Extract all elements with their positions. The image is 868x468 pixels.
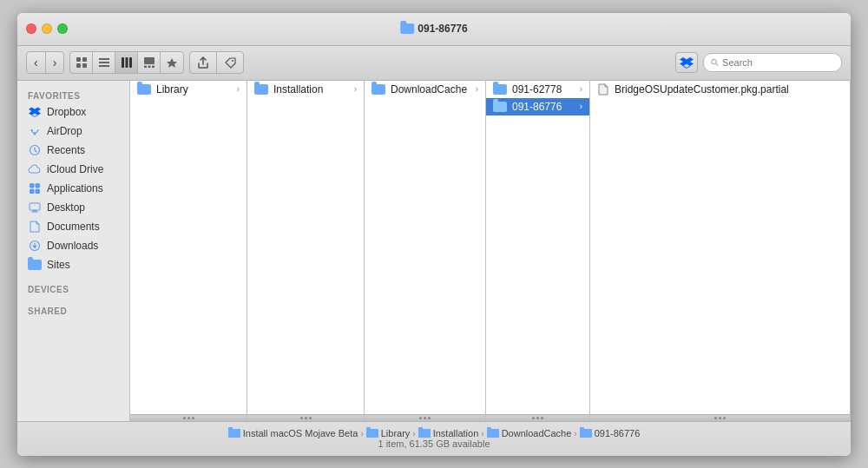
svg-rect-22 bbox=[30, 188, 35, 194]
folder-icon bbox=[493, 102, 507, 112]
list-item[interactable]: Installation › bbox=[247, 81, 364, 98]
column-view-icon bbox=[121, 56, 133, 69]
svg-rect-21 bbox=[36, 183, 41, 188]
dropbox-icon bbox=[28, 105, 42, 119]
gallery-view-icon bbox=[143, 56, 155, 69]
column-resize-handle-2[interactable] bbox=[247, 414, 364, 421]
svg-rect-7 bbox=[122, 57, 124, 68]
svg-line-17 bbox=[716, 63, 718, 65]
breadcrumb-item[interactable]: 091-86776 bbox=[580, 428, 641, 438]
share-button[interactable] bbox=[190, 52, 217, 73]
sidebar-item-applications[interactable]: Applications bbox=[17, 179, 129, 198]
breadcrumb-folder-icon bbox=[580, 429, 592, 438]
folder-icon bbox=[137, 84, 151, 95]
sidebar-item-sites[interactable]: Sites bbox=[17, 255, 129, 274]
library-column: Library › bbox=[130, 81, 247, 421]
sidebar-item-airdrop[interactable]: AirDrop bbox=[17, 122, 129, 141]
title-folder-icon bbox=[400, 23, 414, 34]
share-icon bbox=[197, 56, 209, 69]
sidebar-item-desktop[interactable]: Desktop bbox=[17, 198, 129, 217]
column-resize-handle-5[interactable] bbox=[590, 414, 850, 421]
svg-point-18 bbox=[34, 132, 36, 135]
breadcrumb-item[interactable]: DownloadCache bbox=[487, 428, 572, 438]
list-item[interactable]: BridgeOSUpdateCustomer.pkg.partial bbox=[590, 81, 850, 98]
view-options-button[interactable] bbox=[161, 52, 183, 73]
versions-column-content: 091-62778 › 091-86776 › bbox=[486, 81, 589, 421]
breadcrumb-label: DownloadCache bbox=[502, 428, 572, 438]
sidebar-item-downloads[interactable]: Downloads bbox=[17, 236, 129, 255]
close-button[interactable] bbox=[26, 23, 36, 34]
dropbox-icon bbox=[680, 56, 694, 69]
folder-icon bbox=[254, 84, 268, 95]
folder-icon bbox=[372, 84, 385, 95]
traffic-lights bbox=[26, 23, 68, 34]
svg-rect-3 bbox=[82, 63, 87, 68]
svg-rect-13 bbox=[152, 66, 155, 69]
sidebar-item-icloud-drive[interactable]: iCloud Drive bbox=[17, 160, 129, 179]
breadcrumb-item[interactable]: Install macOS Mojave Beta bbox=[228, 428, 358, 438]
downloadcache-column-content: DownloadCache › bbox=[365, 81, 485, 421]
forward-button[interactable]: › bbox=[46, 52, 64, 73]
breadcrumb-arrow: › bbox=[360, 429, 363, 438]
breadcrumb-arrow: › bbox=[481, 429, 483, 438]
svg-rect-12 bbox=[148, 66, 150, 69]
item-label: Library bbox=[156, 83, 188, 96]
list-item[interactable]: 091-62778 › bbox=[486, 81, 589, 98]
column-resize-handle-1[interactable] bbox=[130, 414, 247, 421]
view-gallery-button[interactable] bbox=[138, 52, 161, 73]
status-info: 1 item, 61.35 GB available bbox=[378, 438, 490, 449]
sidebar-label-dropbox: Dropbox bbox=[47, 106, 86, 118]
view-list-button[interactable] bbox=[93, 52, 115, 73]
maximize-button[interactable] bbox=[57, 23, 68, 34]
sidebar-item-recents[interactable]: Recents bbox=[17, 141, 129, 160]
chevron-icon: › bbox=[354, 84, 357, 94]
sidebar-label-icloud: iCloud Drive bbox=[47, 163, 103, 175]
breadcrumb-label: Install macOS Mojave Beta bbox=[243, 428, 358, 438]
tag-icon bbox=[224, 56, 236, 69]
item-label: BridgeOSUpdateCustomer.pkg.partial bbox=[615, 83, 789, 96]
window-title: 091-86776 bbox=[400, 23, 467, 35]
tag-button[interactable] bbox=[217, 52, 243, 73]
file-browser: Library › bbox=[130, 81, 851, 421]
sidebar-label-documents: Documents bbox=[47, 221, 100, 233]
file-icon bbox=[597, 83, 609, 96]
list-item[interactable]: DownloadCache › bbox=[365, 81, 485, 98]
resize-dots bbox=[300, 417, 312, 419]
breadcrumb-item[interactable]: Library bbox=[366, 428, 411, 438]
status-bar: Install macOS Mojave Beta › Library › In… bbox=[17, 421, 851, 456]
icloud-icon bbox=[28, 162, 42, 176]
icon-view-icon bbox=[76, 56, 88, 69]
svg-rect-5 bbox=[99, 62, 109, 63]
list-item[interactable]: 091-86776 › bbox=[486, 98, 589, 115]
documents-icon bbox=[28, 220, 42, 234]
action-button-group bbox=[189, 51, 244, 74]
svg-rect-11 bbox=[144, 66, 147, 69]
dropbox-toolbar-button[interactable] bbox=[675, 52, 698, 73]
breadcrumb-item[interactable]: Installation bbox=[418, 428, 479, 438]
list-item[interactable]: Library › bbox=[130, 81, 247, 98]
sidebar-item-dropbox[interactable]: Dropbox bbox=[17, 102, 129, 122]
sidebar-item-documents[interactable]: Documents bbox=[17, 217, 129, 236]
item-label: Installation bbox=[273, 83, 323, 96]
svg-marker-14 bbox=[167, 58, 177, 68]
column-resize-handle-4[interactable] bbox=[486, 414, 589, 421]
desktop-icon bbox=[28, 201, 42, 214]
back-button[interactable]: ‹ bbox=[27, 52, 46, 73]
chevron-icon: › bbox=[476, 84, 478, 94]
svg-rect-23 bbox=[36, 188, 41, 194]
column-resize-handle-3[interactable] bbox=[365, 414, 485, 421]
devices-section-label: Devices bbox=[17, 281, 129, 296]
svg-rect-26 bbox=[31, 211, 38, 212]
airdrop-icon bbox=[28, 124, 42, 138]
breadcrumb-arrow: › bbox=[574, 429, 576, 438]
search-input[interactable] bbox=[722, 57, 834, 68]
breadcrumb-label: 091-86776 bbox=[595, 428, 641, 438]
view-column-button[interactable] bbox=[115, 52, 138, 73]
view-icon-button[interactable] bbox=[70, 52, 93, 73]
svg-rect-25 bbox=[33, 210, 36, 212]
main-content: Favorites Dropbox AirDrop Recents bbox=[17, 81, 851, 421]
breadcrumb-folder-icon bbox=[418, 429, 431, 438]
sidebar-label-airdrop: AirDrop bbox=[47, 125, 82, 137]
minimize-button[interactable] bbox=[42, 23, 52, 34]
search-box[interactable] bbox=[703, 53, 842, 72]
